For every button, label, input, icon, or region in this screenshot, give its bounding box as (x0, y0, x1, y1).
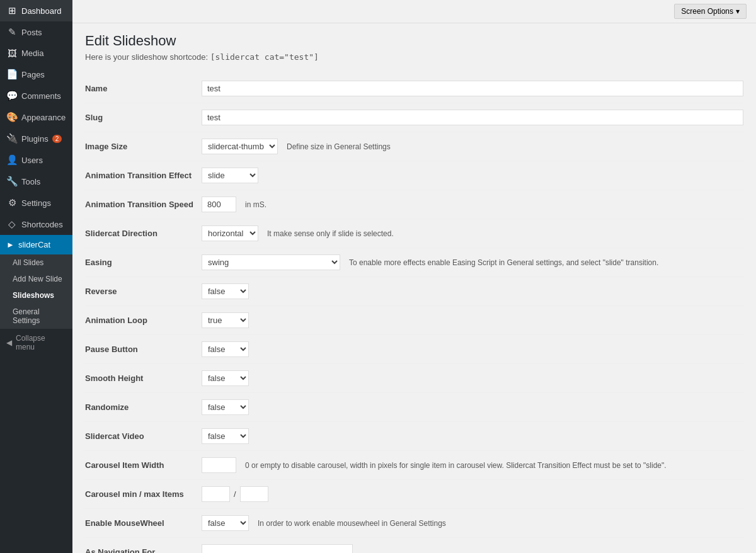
enable-mousewheel-field: false true In order to work enable mouse… (202, 515, 743, 531)
pages-icon: 📄 (6, 69, 18, 80)
sidebar-item-shortcodes[interactable]: ◇ Shortcodes (0, 214, 72, 235)
carousel-max-input[interactable] (240, 486, 268, 502)
enable-mousewheel-row: Enable MouseWheel false true In order to… (85, 509, 743, 538)
carousel-item-width-field: 0 or empty to disable carousel, width in… (202, 457, 743, 473)
sidebar-item-label: Media (21, 48, 43, 58)
slidercat-direction-select[interactable]: horizontal (202, 225, 258, 241)
main-content: Screen Options ▾ Edit Slideshow Here is … (72, 0, 756, 553)
slidercat-section: ► sliderCat All Slides Add New Slide Sli… (0, 235, 72, 329)
smooth-height-label: Smooth Height (85, 373, 143, 383)
enable-mousewheel-label: Enable MouseWheel (85, 518, 164, 528)
randomize-row: Randomize false true (85, 393, 743, 422)
shortcodes-icon: ◇ (6, 219, 18, 230)
animation-speed-row: Animation Transition Speed in mS. (85, 190, 743, 219)
users-icon: 👤 (6, 154, 18, 166)
animation-speed-field: in mS. (202, 197, 743, 212)
shortcode-line: Here is your slideshow shortcode: [slide… (85, 52, 743, 62)
slidercat-direction-label: Slidercat Direction (85, 229, 158, 238)
plugins-icon: 🔌 (6, 133, 18, 144)
easing-row: Easing swing To enable more effects enab… (85, 248, 743, 277)
sidebar-item-slideshows[interactable]: Slideshows (0, 287, 72, 304)
media-icon: 🖼 (6, 48, 18, 59)
carousel-item-width-row: Carousel Item Width 0 or empty to disabl… (85, 451, 743, 480)
animation-loop-select[interactable]: true false (202, 312, 249, 328)
animation-speed-input[interactable] (202, 197, 236, 212)
slidercat-icon: ► (6, 240, 14, 249)
carousel-min-max-label: Carousel min / max Items (85, 489, 184, 499)
easing-select[interactable]: swing (202, 254, 340, 270)
animation-effect-select[interactable]: slide (202, 168, 258, 183)
reverse-select[interactable]: false true (202, 283, 249, 299)
shortcode-prefix: Here is your slideshow shortcode: (85, 52, 208, 62)
collapse-label: Collapse menu (16, 334, 66, 351)
sidebar-item-label: Settings (21, 198, 51, 208)
sidebar: ⊞ Dashboard ✎ Posts 🖼 Media 📄 Pages 💬 Co… (0, 0, 72, 553)
sidebar-item-label: Users (21, 156, 43, 165)
sidebar-item-label: Plugins (21, 134, 49, 144)
smooth-height-row: Smooth Height false true (85, 364, 743, 393)
slug-label: Slug (85, 113, 103, 122)
sidebar-item-media[interactable]: 🖼 Media (0, 43, 72, 64)
sidebar-item-appearance[interactable]: 🎨 Appearance (0, 106, 72, 128)
image-size-label: Image Size (85, 142, 127, 151)
pause-button-select[interactable]: false true (202, 341, 249, 357)
pause-button-row: Pause Button false true (85, 335, 743, 364)
smooth-height-select[interactable]: false true (202, 370, 249, 386)
slidercat-submenu: All Slides Add New Slide Slideshows Gene… (0, 254, 72, 329)
sidebar-item-general-settings[interactable]: General Settings (0, 304, 72, 329)
animation-effect-row: Animation Transition Effect slide (85, 161, 743, 190)
top-bar: Screen Options ▾ (72, 0, 756, 23)
sidebar-item-label: Posts (21, 28, 42, 37)
collapse-menu[interactable]: ◀ Collapse menu (0, 329, 72, 356)
form-table: Name Slug Image Size slidercat-thumb Def… (85, 74, 743, 553)
slidercat-label: sliderCat (18, 240, 50, 249)
sidebar-item-tools[interactable]: 🔧 Tools (0, 171, 72, 192)
slidercat-header[interactable]: ► sliderCat (0, 235, 72, 254)
carousel-item-width-input[interactable] (202, 457, 236, 473)
animation-speed-label: Animation Transition Speed (85, 200, 193, 209)
as-nav-for-row: As Navigation For Enter Sync Slidercat e… (85, 538, 743, 554)
slidercat-video-label: Slidercat Video (85, 431, 144, 441)
animation-loop-row: Animation Loop true false (85, 306, 743, 335)
sidebar-item-users[interactable]: 👤 Users (0, 149, 72, 171)
animation-effect-label: Animation Transition Effect (85, 171, 192, 180)
sidebar-item-settings[interactable]: ⚙ Settings (0, 192, 72, 214)
sidebar-item-dashboard[interactable]: ⊞ Dashboard (0, 0, 72, 21)
slidercat-video-select[interactable]: false true (202, 428, 249, 444)
collapse-icon: ◀ (6, 338, 12, 347)
image-size-select[interactable]: slidercat-thumb (202, 139, 278, 154)
carousel-min-max-row: Carousel min / max Items / (85, 480, 743, 509)
sidebar-item-posts[interactable]: ✎ Posts (0, 21, 72, 43)
sidebar-item-all-slides[interactable]: All Slides (0, 254, 72, 271)
sidebar-item-add-new-slide[interactable]: Add New Slide (0, 271, 72, 287)
appearance-icon: 🎨 (6, 111, 18, 123)
image-size-hint: Define size in General Settings (287, 142, 391, 151)
randomize-label: Randomize (85, 402, 129, 412)
easing-hint: To enable more effects enable Easing Scr… (349, 258, 658, 267)
randomize-select[interactable]: false true (202, 399, 249, 415)
sidebar-item-pages[interactable]: 📄 Pages (0, 64, 72, 85)
separator: / (234, 489, 236, 499)
sidebar-item-plugins[interactable]: 🔌 Plugins 2 (0, 128, 72, 149)
enable-mousewheel-select[interactable]: false true (202, 515, 249, 531)
slidercat-direction-hint: It make sense only if slide is selected. (267, 229, 394, 238)
slug-row: Slug (85, 103, 743, 132)
carousel-item-width-label: Carousel Item Width (85, 460, 164, 470)
animation-speed-unit: in mS. (245, 200, 266, 209)
enable-mousewheel-hint: In order to work enable mousewheel in Ge… (258, 519, 446, 528)
comments-icon: 💬 (6, 90, 18, 101)
screen-options-button[interactable]: Screen Options ▾ (674, 4, 747, 19)
sidebar-item-comments[interactable]: 💬 Comments (0, 85, 72, 106)
name-input[interactable] (202, 81, 743, 96)
sidebar-item-label: Pages (21, 70, 45, 79)
slug-input[interactable] (202, 110, 743, 125)
name-row: Name (85, 74, 743, 103)
carousel-min-input[interactable] (202, 486, 230, 502)
image-size-row: Image Size slidercat-thumb Define size i… (85, 132, 743, 161)
slidercat-video-row: Slidercat Video false true (85, 422, 743, 451)
reverse-row: Reverse false true (85, 277, 743, 306)
sidebar-item-label: Tools (21, 177, 40, 186)
pause-button-label: Pause Button (85, 345, 138, 354)
easing-field: swing To enable more effects enable Easi… (202, 254, 743, 270)
as-nav-for-input[interactable] (202, 544, 353, 553)
